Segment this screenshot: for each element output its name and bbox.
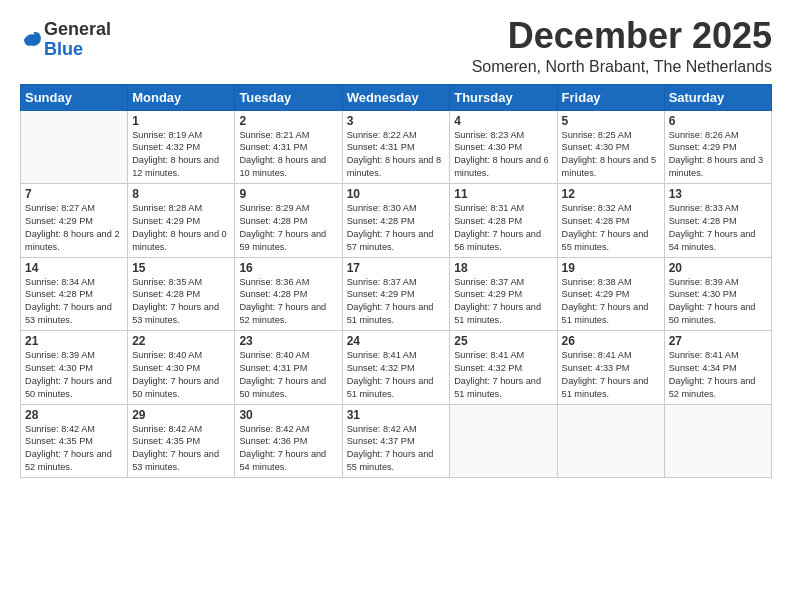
day-number: 16 bbox=[239, 261, 337, 275]
logo-text: General Blue bbox=[44, 20, 111, 60]
day-number: 14 bbox=[25, 261, 123, 275]
day-number: 8 bbox=[132, 187, 230, 201]
day-number: 9 bbox=[239, 187, 337, 201]
day-number: 13 bbox=[669, 187, 767, 201]
logo-general: General bbox=[44, 19, 111, 39]
calendar-day-cell: 7Sunrise: 8:27 AMSunset: 4:29 PMDaylight… bbox=[21, 184, 128, 258]
day-info: Sunrise: 8:41 AMSunset: 4:32 PMDaylight:… bbox=[347, 349, 446, 401]
calendar-day-cell: 23Sunrise: 8:40 AMSunset: 4:31 PMDayligh… bbox=[235, 331, 342, 405]
day-number: 21 bbox=[25, 334, 123, 348]
location: Someren, North Brabant, The Netherlands bbox=[472, 58, 772, 76]
calendar-page: General Blue December 2025 Someren, Nort… bbox=[0, 0, 792, 488]
calendar-day-cell bbox=[557, 404, 664, 478]
day-number: 24 bbox=[347, 334, 446, 348]
day-number: 6 bbox=[669, 114, 767, 128]
day-number: 29 bbox=[132, 408, 230, 422]
calendar-day-cell: 30Sunrise: 8:42 AMSunset: 4:36 PMDayligh… bbox=[235, 404, 342, 478]
calendar-day-cell: 20Sunrise: 8:39 AMSunset: 4:30 PMDayligh… bbox=[664, 257, 771, 331]
day-info: Sunrise: 8:42 AMSunset: 4:36 PMDaylight:… bbox=[239, 423, 337, 475]
calendar-day-cell: 31Sunrise: 8:42 AMSunset: 4:37 PMDayligh… bbox=[342, 404, 450, 478]
calendar-table: SundayMondayTuesdayWednesdayThursdayFrid… bbox=[20, 84, 772, 479]
day-info: Sunrise: 8:22 AMSunset: 4:31 PMDaylight:… bbox=[347, 129, 446, 181]
day-info: Sunrise: 8:33 AMSunset: 4:28 PMDaylight:… bbox=[669, 202, 767, 254]
calendar-day-cell bbox=[664, 404, 771, 478]
weekday-header: Thursday bbox=[450, 84, 557, 110]
day-number: 7 bbox=[25, 187, 123, 201]
day-info: Sunrise: 8:39 AMSunset: 4:30 PMDaylight:… bbox=[25, 349, 123, 401]
weekday-header: Friday bbox=[557, 84, 664, 110]
logo-blue: Blue bbox=[44, 39, 83, 59]
day-number: 20 bbox=[669, 261, 767, 275]
logo: General Blue bbox=[20, 20, 111, 60]
day-info: Sunrise: 8:42 AMSunset: 4:35 PMDaylight:… bbox=[132, 423, 230, 475]
day-info: Sunrise: 8:34 AMSunset: 4:28 PMDaylight:… bbox=[25, 276, 123, 328]
calendar-week-row: 14Sunrise: 8:34 AMSunset: 4:28 PMDayligh… bbox=[21, 257, 772, 331]
day-number: 18 bbox=[454, 261, 552, 275]
day-number: 10 bbox=[347, 187, 446, 201]
calendar-week-row: 21Sunrise: 8:39 AMSunset: 4:30 PMDayligh… bbox=[21, 331, 772, 405]
day-info: Sunrise: 8:28 AMSunset: 4:29 PMDaylight:… bbox=[132, 202, 230, 254]
calendar-day-cell: 1Sunrise: 8:19 AMSunset: 4:32 PMDaylight… bbox=[128, 110, 235, 184]
day-number: 12 bbox=[562, 187, 660, 201]
calendar-day-cell: 19Sunrise: 8:38 AMSunset: 4:29 PMDayligh… bbox=[557, 257, 664, 331]
day-info: Sunrise: 8:42 AMSunset: 4:35 PMDaylight:… bbox=[25, 423, 123, 475]
day-number: 25 bbox=[454, 334, 552, 348]
day-info: Sunrise: 8:41 AMSunset: 4:32 PMDaylight:… bbox=[454, 349, 552, 401]
day-info: Sunrise: 8:29 AMSunset: 4:28 PMDaylight:… bbox=[239, 202, 337, 254]
weekday-header: Sunday bbox=[21, 84, 128, 110]
calendar-day-cell: 2Sunrise: 8:21 AMSunset: 4:31 PMDaylight… bbox=[235, 110, 342, 184]
day-number: 23 bbox=[239, 334, 337, 348]
day-info: Sunrise: 8:40 AMSunset: 4:31 PMDaylight:… bbox=[239, 349, 337, 401]
calendar-day-cell: 21Sunrise: 8:39 AMSunset: 4:30 PMDayligh… bbox=[21, 331, 128, 405]
day-number: 5 bbox=[562, 114, 660, 128]
day-info: Sunrise: 8:39 AMSunset: 4:30 PMDaylight:… bbox=[669, 276, 767, 328]
calendar-day-cell: 25Sunrise: 8:41 AMSunset: 4:32 PMDayligh… bbox=[450, 331, 557, 405]
calendar-day-cell: 5Sunrise: 8:25 AMSunset: 4:30 PMDaylight… bbox=[557, 110, 664, 184]
day-info: Sunrise: 8:23 AMSunset: 4:30 PMDaylight:… bbox=[454, 129, 552, 181]
calendar-day-cell: 8Sunrise: 8:28 AMSunset: 4:29 PMDaylight… bbox=[128, 184, 235, 258]
day-info: Sunrise: 8:26 AMSunset: 4:29 PMDaylight:… bbox=[669, 129, 767, 181]
day-number: 19 bbox=[562, 261, 660, 275]
day-number: 28 bbox=[25, 408, 123, 422]
day-number: 2 bbox=[239, 114, 337, 128]
header: General Blue December 2025 Someren, Nort… bbox=[20, 16, 772, 76]
calendar-day-cell: 29Sunrise: 8:42 AMSunset: 4:35 PMDayligh… bbox=[128, 404, 235, 478]
calendar-day-cell: 17Sunrise: 8:37 AMSunset: 4:29 PMDayligh… bbox=[342, 257, 450, 331]
calendar-day-cell: 28Sunrise: 8:42 AMSunset: 4:35 PMDayligh… bbox=[21, 404, 128, 478]
calendar-day-cell: 14Sunrise: 8:34 AMSunset: 4:28 PMDayligh… bbox=[21, 257, 128, 331]
title-area: December 2025 Someren, North Brabant, Th… bbox=[472, 16, 772, 76]
day-info: Sunrise: 8:25 AMSunset: 4:30 PMDaylight:… bbox=[562, 129, 660, 181]
day-number: 4 bbox=[454, 114, 552, 128]
day-info: Sunrise: 8:30 AMSunset: 4:28 PMDaylight:… bbox=[347, 202, 446, 254]
day-number: 1 bbox=[132, 114, 230, 128]
day-number: 26 bbox=[562, 334, 660, 348]
calendar-day-cell: 15Sunrise: 8:35 AMSunset: 4:28 PMDayligh… bbox=[128, 257, 235, 331]
calendar-day-cell: 24Sunrise: 8:41 AMSunset: 4:32 PMDayligh… bbox=[342, 331, 450, 405]
day-info: Sunrise: 8:42 AMSunset: 4:37 PMDaylight:… bbox=[347, 423, 446, 475]
day-info: Sunrise: 8:41 AMSunset: 4:33 PMDaylight:… bbox=[562, 349, 660, 401]
calendar-day-cell: 26Sunrise: 8:41 AMSunset: 4:33 PMDayligh… bbox=[557, 331, 664, 405]
day-number: 22 bbox=[132, 334, 230, 348]
day-number: 3 bbox=[347, 114, 446, 128]
calendar-week-row: 28Sunrise: 8:42 AMSunset: 4:35 PMDayligh… bbox=[21, 404, 772, 478]
calendar-day-cell: 22Sunrise: 8:40 AMSunset: 4:30 PMDayligh… bbox=[128, 331, 235, 405]
day-info: Sunrise: 8:19 AMSunset: 4:32 PMDaylight:… bbox=[132, 129, 230, 181]
day-number: 31 bbox=[347, 408, 446, 422]
calendar-day-cell: 11Sunrise: 8:31 AMSunset: 4:28 PMDayligh… bbox=[450, 184, 557, 258]
day-info: Sunrise: 8:32 AMSunset: 4:28 PMDaylight:… bbox=[562, 202, 660, 254]
calendar-day-cell bbox=[450, 404, 557, 478]
weekday-header: Saturday bbox=[664, 84, 771, 110]
day-info: Sunrise: 8:40 AMSunset: 4:30 PMDaylight:… bbox=[132, 349, 230, 401]
weekday-header: Wednesday bbox=[342, 84, 450, 110]
weekday-header-row: SundayMondayTuesdayWednesdayThursdayFrid… bbox=[21, 84, 772, 110]
day-info: Sunrise: 8:35 AMSunset: 4:28 PMDaylight:… bbox=[132, 276, 230, 328]
calendar-week-row: 7Sunrise: 8:27 AMSunset: 4:29 PMDaylight… bbox=[21, 184, 772, 258]
day-number: 11 bbox=[454, 187, 552, 201]
weekday-header: Monday bbox=[128, 84, 235, 110]
day-number: 27 bbox=[669, 334, 767, 348]
logo-icon bbox=[22, 29, 44, 51]
calendar-day-cell: 16Sunrise: 8:36 AMSunset: 4:28 PMDayligh… bbox=[235, 257, 342, 331]
day-number: 15 bbox=[132, 261, 230, 275]
day-info: Sunrise: 8:37 AMSunset: 4:29 PMDaylight:… bbox=[454, 276, 552, 328]
day-info: Sunrise: 8:38 AMSunset: 4:29 PMDaylight:… bbox=[562, 276, 660, 328]
